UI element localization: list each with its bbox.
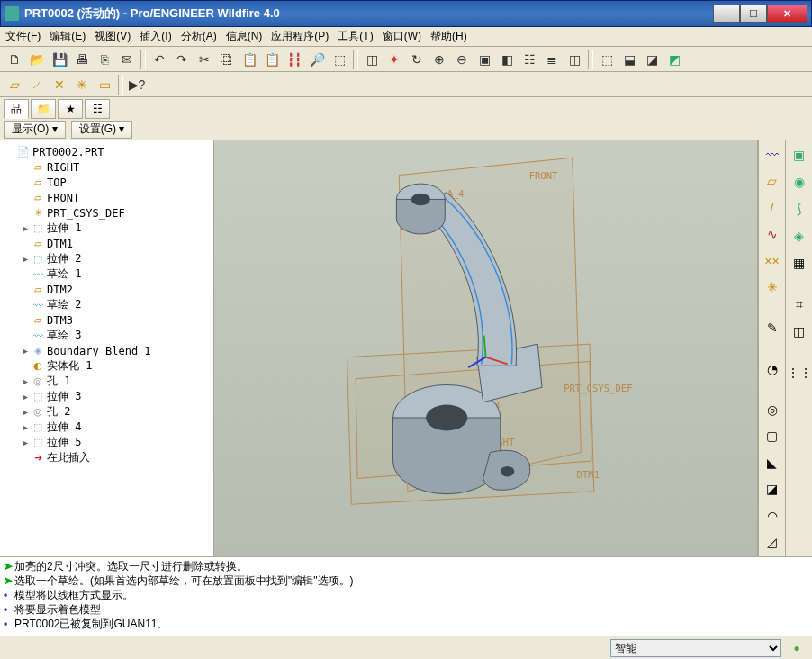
plane-icon[interactable]: ▱	[762, 170, 783, 191]
expand-icon[interactable]: ▸	[20, 376, 31, 386]
style-icon[interactable]: ◔	[762, 358, 783, 379]
menu-analysis[interactable]: 分析(A)	[181, 29, 217, 44]
point-disp-icon[interactable]: ✕	[49, 74, 70, 95]
expand-icon[interactable]: ▸	[20, 407, 31, 417]
tree-node[interactable]: 📄PRT0002.PRT	[2, 144, 212, 159]
layer-icon[interactable]: ≣	[541, 49, 563, 70]
blend-icon[interactable]: ◈	[789, 225, 810, 247]
tree-tab[interactable]: 品	[4, 99, 29, 119]
menu-window[interactable]: 窗口(W)	[383, 29, 421, 44]
expand-icon[interactable]: ▸	[20, 346, 31, 356]
redo-icon[interactable]: ↷	[171, 49, 193, 70]
revolve-icon[interactable]: ◉	[789, 171, 810, 193]
copy2-icon[interactable]: ⿻	[216, 49, 238, 70]
tree-node[interactable]: 〰草绘 3	[2, 328, 212, 343]
cut-icon[interactable]: ✂	[194, 49, 215, 70]
tree-node[interactable]: ▸⬚拉伸 3	[2, 389, 212, 404]
shell-icon[interactable]: ▢	[762, 426, 783, 447]
menu-view[interactable]: 视图(V)	[95, 29, 131, 44]
tree-node[interactable]: ▸⬚拉伸 1	[2, 221, 212, 236]
csys-disp-icon[interactable]: ✳	[71, 74, 93, 95]
merge-icon[interactable]: ◫	[789, 320, 810, 342]
expand-icon[interactable]: ▸	[20, 422, 31, 432]
mirror-icon[interactable]: ⌗	[789, 293, 810, 315]
tree-node[interactable]: ▸◎孔 2	[2, 404, 212, 420]
paste2-icon[interactable]: 📋	[261, 49, 283, 70]
menu-file[interactable]: 文件(F)	[5, 29, 41, 44]
tree-node[interactable]: ▱TOP	[2, 175, 212, 190]
tree-node[interactable]: ▱RIGHT	[2, 159, 212, 175]
tree-node[interactable]: ▱DTM1	[2, 236, 212, 251]
close-button[interactable]: ✕	[767, 5, 807, 23]
help-icon[interactable]: ▶?	[126, 74, 148, 95]
expand-icon[interactable]: ▸	[20, 223, 31, 233]
mail-icon[interactable]: ✉	[116, 49, 138, 70]
tree-node[interactable]: 〰草绘 1	[2, 266, 212, 282]
viewmgr-icon[interactable]: ◫	[564, 49, 585, 70]
boundary-icon[interactable]: ▦	[789, 252, 810, 274]
menu-info[interactable]: 信息(N)	[226, 29, 263, 44]
zoomout-icon[interactable]: ⊖	[451, 49, 473, 70]
orient-icon[interactable]: ◧	[496, 49, 518, 70]
fav-tab[interactable]: ★	[58, 99, 83, 119]
minimize-button[interactable]: ─	[713, 5, 740, 23]
menu-tools[interactable]: 工具(T)	[338, 29, 373, 44]
tree-node[interactable]: ▸◈Boundary Blend 1	[2, 343, 212, 358]
expand-icon[interactable]: ▸	[20, 254, 31, 264]
tree-node[interactable]: ◐实体化 1	[2, 358, 212, 374]
plane-disp-icon[interactable]: ▱	[4, 74, 25, 95]
sketch-icon[interactable]: 〰	[762, 144, 783, 165]
tree-node[interactable]: ➜在此插入	[2, 450, 212, 465]
draft-icon[interactable]: ◪	[762, 479, 783, 500]
sweep-icon[interactable]: ⟆	[789, 198, 810, 220]
chamfer-icon[interactable]: ◿	[762, 531, 783, 552]
curve-icon[interactable]: ∿	[762, 223, 783, 244]
tree-node[interactable]: 〰草绘 2	[2, 297, 212, 312]
view1-icon[interactable]: ◫	[361, 49, 383, 70]
tree-node[interactable]: ▱FRONT	[2, 190, 212, 205]
undo-icon[interactable]: ↶	[149, 49, 170, 70]
tree-node[interactable]: ▱DTM3	[2, 312, 212, 328]
maximize-button[interactable]: ☐	[740, 5, 767, 23]
print-icon[interactable]: 🖶	[71, 49, 93, 70]
axis-disp-icon[interactable]: ⟋	[26, 74, 48, 95]
axis-icon[interactable]: /	[762, 197, 783, 218]
hole-tool-icon[interactable]: ◎	[762, 399, 783, 420]
point-icon[interactable]: ××	[762, 250, 783, 271]
menu-app[interactable]: 应用程序(P)	[271, 29, 329, 44]
select-icon[interactable]: ⬚	[329, 49, 350, 70]
nohidden-icon[interactable]: ◪	[641, 49, 663, 70]
round-icon[interactable]: ◠	[762, 505, 783, 526]
shade-icon[interactable]: ◩	[663, 49, 685, 70]
regen-icon[interactable]: ┇┇	[284, 49, 305, 70]
new-icon[interactable]: 🗋	[4, 49, 25, 70]
filter-select[interactable]: 智能	[610, 639, 781, 657]
expand-icon[interactable]: ▸	[20, 392, 31, 402]
savedview-icon[interactable]: ☷	[519, 49, 540, 70]
rib-icon[interactable]: ◣	[762, 452, 783, 473]
menu-help[interactable]: 帮助(H)	[430, 29, 467, 44]
annot-disp-icon[interactable]: ▭	[94, 74, 115, 95]
zoomin-icon[interactable]: ⊕	[429, 49, 450, 70]
hidden-icon[interactable]: ⬓	[618, 49, 640, 70]
folder-tab[interactable]: 📁	[31, 99, 56, 119]
tree-node[interactable]: ▸⬚拉伸 5	[2, 435, 212, 450]
csys-icon[interactable]: ✳	[762, 276, 783, 297]
wire-icon[interactable]: ⬚	[596, 49, 618, 70]
open-icon[interactable]: 📂	[26, 49, 48, 70]
model-tree[interactable]: 📄PRT0002.PRT▱RIGHT▱TOP▱FRONT✳PRT_CSYS_DE…	[0, 140, 213, 556]
tree-node[interactable]: ▱DTM2	[2, 282, 212, 297]
tree-node[interactable]: ▸⬚拉伸 4	[2, 420, 212, 435]
extrude-icon[interactable]: ▣	[789, 144, 810, 166]
show-dropdown[interactable]: 显示(O) ▾	[4, 121, 66, 139]
paste-icon[interactable]: 📋	[239, 49, 260, 70]
menu-insert[interactable]: 插入(I)	[140, 29, 171, 44]
spin-icon[interactable]: ↻	[406, 49, 428, 70]
pattern-icon[interactable]: ⋮⋮	[789, 362, 810, 384]
view2-icon[interactable]: ✦	[383, 49, 405, 70]
message-area[interactable]: ➤加亮的2尺寸冲突。选取一尺寸进行删除或转换。➤选取一个草绘。(如果首选内部草绘…	[0, 556, 812, 636]
expand-icon[interactable]: ▸	[20, 438, 31, 447]
3d-viewport[interactable]: FRONT DTM3 DTM1 RIGHT TOP PRT_CSYS_DEF A…	[214, 140, 758, 556]
tree-node[interactable]: ✳PRT_CSYS_DEF	[2, 205, 212, 221]
menu-edit[interactable]: 编辑(E)	[50, 29, 86, 44]
